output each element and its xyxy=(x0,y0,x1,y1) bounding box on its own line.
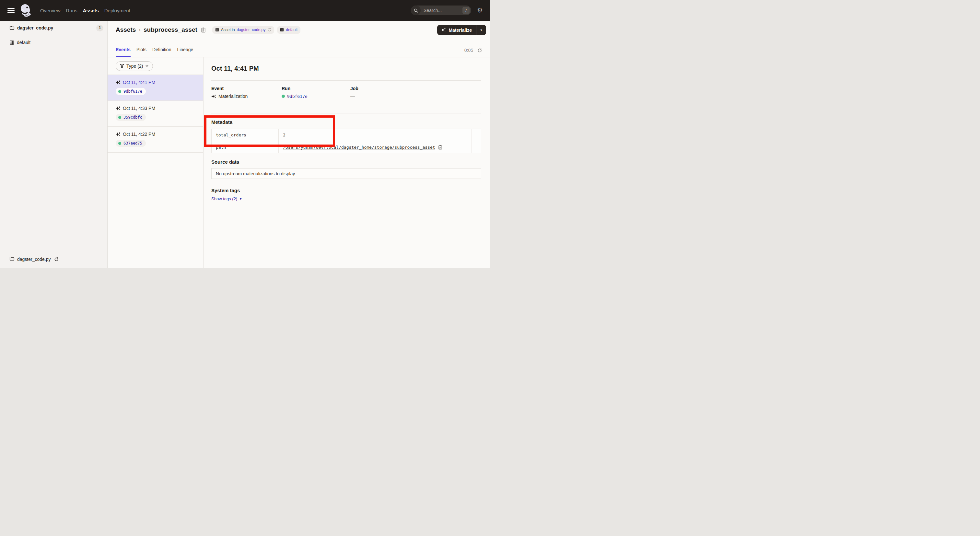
search-icon xyxy=(411,5,421,15)
dagster-asset-page: Overview Runs Assets Deployment / ⚙ dags… xyxy=(0,0,490,268)
job-column-label: Job xyxy=(350,86,481,91)
funnel-icon xyxy=(120,64,124,68)
sidebar-item-group-default[interactable]: default xyxy=(0,35,107,49)
table-row: total_orders 2 xyxy=(212,129,481,141)
sidebar-footer-code-location[interactable]: dagster_code.py xyxy=(0,250,107,268)
metadata-empty-cell xyxy=(472,141,481,153)
asset-count-badge: 1 xyxy=(96,25,103,32)
job-value: — xyxy=(350,94,355,99)
top-nav: Overview Runs Assets Deployment / ⚙ xyxy=(0,0,490,21)
nav-item-overview[interactable]: Overview xyxy=(40,8,60,13)
refresh-button[interactable] xyxy=(477,48,482,53)
source-data-empty-box: No upstream materializations to display. xyxy=(211,168,481,179)
primary-nav: Overview Runs Assets Deployment xyxy=(40,8,130,13)
copy-asset-name-button[interactable] xyxy=(201,27,206,33)
event-date: Oct 11, 4:41 PM xyxy=(123,80,155,85)
event-detail-title: Oct 11, 4:41 PM xyxy=(211,65,481,72)
system-tags-heading: System tags xyxy=(211,188,481,194)
run-column-label: Run xyxy=(282,86,350,91)
event-list-item[interactable]: Oct 11, 4:41 PM 9dbf617e xyxy=(108,75,203,101)
run-status-dot xyxy=(118,116,121,119)
divider xyxy=(211,113,481,113)
materialize-options-caret-button[interactable]: ▾ xyxy=(476,25,486,35)
event-date: Oct 11, 4:33 PM xyxy=(123,106,155,111)
run-id-link[interactable]: 9dbf617e xyxy=(287,94,307,99)
search-input[interactable] xyxy=(423,8,463,13)
asset-in-code-location-badge[interactable]: Asset in dagster_code.py xyxy=(212,26,274,34)
nav-item-assets[interactable]: Assets xyxy=(83,8,99,13)
event-filter-bar: Type (2) xyxy=(108,57,203,75)
event-list-item[interactable]: Oct 11, 4:33 PM 359cdbfc xyxy=(108,101,203,127)
run-id-badge[interactable]: 9dbf617e xyxy=(116,88,146,95)
hamburger-menu-button[interactable] xyxy=(8,8,14,13)
folder-icon xyxy=(10,256,14,262)
materialize-button[interactable]: Materialize xyxy=(437,25,476,35)
event-type: Materialization xyxy=(218,94,248,99)
event-list-item[interactable]: Oct 11, 4:22 PM 637aed75 xyxy=(108,127,203,153)
metadata-heading: Metadata xyxy=(211,119,481,125)
caret-down-icon: ▼ xyxy=(239,197,242,200)
source-data-empty-message: No upstream materializations to display. xyxy=(216,171,296,176)
event-list-panel: Type (2) Oct 11, 4:41 PM 9dbf617e xyxy=(108,57,204,268)
source-data-heading: Source data xyxy=(211,159,481,165)
table-row: path /Users/yuhan/dev/local/dagster_home… xyxy=(212,141,481,153)
tab-plots[interactable]: Plots xyxy=(137,47,146,57)
reload-code-location-icon[interactable] xyxy=(267,28,271,32)
tab-lineage[interactable]: Lineage xyxy=(177,47,193,57)
metadata-key: total_orders xyxy=(212,129,279,141)
asset-header: Assets › subprocess_asset Asset in dagst… xyxy=(108,21,490,39)
tab-definition[interactable]: Definition xyxy=(152,47,171,57)
asset-group-badge[interactable]: default xyxy=(277,26,301,34)
grid-icon xyxy=(280,28,284,32)
search-shortcut-badge: / xyxy=(463,7,469,14)
page-title: subprocess_asset xyxy=(143,26,197,33)
materialization-sparkle-icon xyxy=(116,106,121,111)
event-column-label: Event xyxy=(211,86,282,91)
asset-sidebar: dagster_code.py 1 default dagster_code.p… xyxy=(0,21,108,268)
run-status-dot xyxy=(118,90,121,93)
metadata-value: /Users/yuhan/dev/local/dagster_home/stor… xyxy=(279,141,472,153)
breadcrumb-assets-link[interactable]: Assets xyxy=(116,26,136,33)
materialization-sparkle-icon xyxy=(211,94,216,99)
asset-tabs: Events Plots Definition Lineage 0:05 xyxy=(108,39,490,57)
group-label: default xyxy=(17,40,30,45)
events-content: Type (2) Oct 11, 4:41 PM 9dbf617e xyxy=(108,57,490,268)
asset-in-label: Asset in xyxy=(221,27,235,32)
run-status-dot xyxy=(118,142,121,145)
metadata-value: 2 xyxy=(279,129,472,141)
grid-icon xyxy=(215,28,219,32)
run-id-badge[interactable]: 637aed75 xyxy=(116,140,146,147)
copy-path-button[interactable] xyxy=(438,145,442,150)
tab-events[interactable]: Events xyxy=(116,47,130,57)
metadata-table: total_orders 2 path /Users/yuhan/dev/loc… xyxy=(211,129,481,153)
folder-icon xyxy=(10,25,14,30)
run-id-badge[interactable]: 359cdbfc xyxy=(116,114,146,121)
main-panel: Assets › subprocess_asset Asset in dagst… xyxy=(108,21,490,268)
sparkle-icon xyxy=(441,27,446,32)
path-link[interactable]: /Users/yuhan/dev/local/dagster_home/stor… xyxy=(283,145,435,150)
event-date: Oct 11, 4:22 PM xyxy=(123,132,155,137)
run-status-dot xyxy=(282,95,285,98)
materialize-split-button: Materialize ▾ xyxy=(437,25,486,35)
event-detail-panel: Oct 11, 4:41 PM Event Run Job Materializ… xyxy=(204,57,490,268)
global-search[interactable]: / xyxy=(411,5,471,15)
asset-group-icon xyxy=(10,40,14,45)
metadata-empty-cell xyxy=(472,129,481,141)
code-location-label: dagster_code.py xyxy=(17,25,53,30)
show-tags-toggle[interactable]: Show tags (2) ▼ xyxy=(211,196,242,201)
code-location-link[interactable]: dagster_code.py xyxy=(237,27,266,32)
settings-gear-button[interactable]: ⚙ xyxy=(477,7,483,14)
footer-code-location-label: dagster_code.py xyxy=(17,257,51,262)
nav-item-deployment[interactable]: Deployment xyxy=(104,8,130,13)
refresh-countdown: 0:05 xyxy=(465,48,473,53)
reload-location-icon[interactable] xyxy=(54,257,59,261)
sidebar-item-code-location[interactable]: dagster_code.py 1 xyxy=(0,21,107,35)
dagster-logo-icon xyxy=(19,3,32,17)
asset-badges: Asset in dagster_code.py default xyxy=(212,26,301,34)
nav-item-runs[interactable]: Runs xyxy=(66,8,78,13)
metadata-key: path xyxy=(212,141,279,153)
chevron-down-icon xyxy=(145,64,149,68)
type-filter-button[interactable]: Type (2) xyxy=(116,61,153,71)
event-info-grid: Event Run Job Materialization 9dbf617e — xyxy=(211,81,481,99)
group-link[interactable]: default xyxy=(286,27,298,32)
